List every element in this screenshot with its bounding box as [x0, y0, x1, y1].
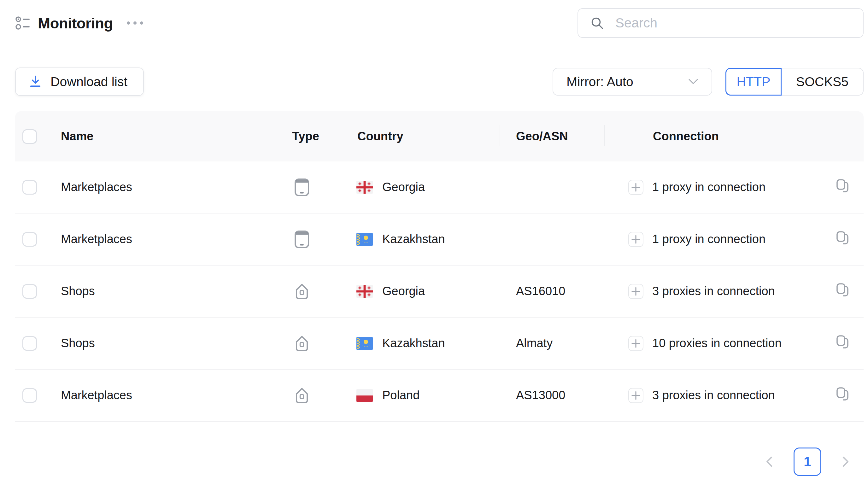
search-input[interactable]: [578, 8, 864, 38]
copy-icon[interactable]: [835, 230, 850, 246]
row-checkbox[interactable]: [22, 232, 37, 247]
copy-slot[interactable]: [835, 178, 850, 196]
row-checkbox[interactable]: [22, 180, 37, 195]
home-icon: [293, 334, 310, 353]
table-header: Name Type Country Geo/ASN Connection: [15, 111, 864, 161]
copy-icon[interactable]: [835, 282, 850, 298]
table-row: Marketplaces Kazakhstan 1 proxy in conne…: [15, 214, 864, 265]
download-list-button[interactable]: Download list: [15, 67, 144, 96]
flag-slot: [356, 285, 373, 298]
row-country: Poland: [382, 388, 420, 402]
row-type-icon-cell: [276, 214, 340, 265]
add-proxy-button[interactable]: [628, 180, 644, 195]
flag-slot: [356, 181, 373, 194]
row-country: Kazakhstan: [382, 337, 445, 350]
row-connection: 1 proxy in connection: [652, 181, 826, 194]
copy-icon[interactable]: [835, 334, 850, 350]
column-header-geo-asn: Geo/ASN: [500, 111, 604, 161]
row-country: Kazakhstan: [382, 232, 445, 246]
plus-icon: [631, 391, 641, 400]
row-type-icon-cell: [276, 161, 340, 213]
copy-slot[interactable]: [835, 386, 850, 405]
plus-icon: [631, 287, 641, 296]
column-header-country: Country: [340, 111, 500, 161]
georgia-flag: [356, 285, 373, 298]
row-type-icon-cell: [276, 318, 340, 369]
row-connection: 3 proxies in connection: [652, 285, 826, 298]
page-title: Monitoring: [38, 14, 113, 32]
row-connection: 1 proxy in connection: [652, 232, 826, 246]
type-icon-slot: [293, 282, 310, 300]
page-header: Monitoring: [15, 8, 864, 38]
table-row: Shops Kazakhstan Almaty 10 proxies in co…: [15, 318, 864, 370]
page-number-button[interactable]: 1: [794, 448, 821, 476]
column-header-connection: Connection: [604, 111, 864, 161]
row-type-icon-cell: [276, 265, 340, 317]
toolbar: Download list Mirror: Auto HTTP SOCKS5: [15, 67, 864, 96]
plus-icon: [631, 235, 641, 244]
home-icon: [293, 282, 310, 300]
copy-slot[interactable]: [835, 230, 850, 249]
proxy-table: Name Type Country Geo/ASN Connection Mar…: [15, 111, 864, 422]
phone-icon: [293, 178, 310, 196]
search-icon: [590, 16, 604, 31]
row-checkbox[interactable]: [22, 388, 37, 403]
type-icon-slot: [293, 334, 310, 353]
copy-slot[interactable]: [835, 334, 850, 353]
add-proxy-button[interactable]: [628, 388, 644, 403]
chevron-left-icon[interactable]: [764, 455, 775, 469]
ellipsis-icon: [127, 22, 130, 25]
type-icon-slot: [293, 386, 310, 405]
chevron-down-icon: [688, 78, 698, 85]
copy-icon[interactable]: [835, 386, 850, 402]
pagination: 1: [15, 448, 864, 476]
georgia-flag: [356, 181, 373, 194]
download-icon: [28, 75, 42, 89]
row-name: Marketplaces: [61, 161, 276, 213]
row-connection: 10 proxies in connection: [652, 337, 826, 350]
row-geo: AS16010: [500, 265, 604, 317]
table-row: Marketplaces Poland AS13000 3 proxies in…: [15, 370, 864, 422]
mirror-select[interactable]: Mirror: Auto: [553, 68, 712, 96]
column-header-name: Name: [61, 111, 276, 161]
flag-slot: [356, 233, 373, 246]
row-checkbox[interactable]: [22, 336, 37, 351]
tab-http[interactable]: HTTP: [725, 68, 782, 96]
list-radio-icon: [15, 15, 31, 31]
poland-flag: [356, 389, 373, 402]
table-row: Shops Georgia AS16010 3 proxies in conne…: [15, 265, 864, 318]
mirror-select-value: Mirror: Auto: [566, 74, 633, 89]
flag-slot: [356, 389, 373, 402]
row-geo: [500, 214, 604, 265]
row-country: Georgia: [382, 181, 425, 194]
kazakhstan-flag: [356, 337, 373, 350]
chevron-right-icon[interactable]: [840, 455, 851, 469]
add-proxy-button[interactable]: [628, 336, 644, 351]
protocol-toggle: HTTP SOCKS5: [725, 68, 864, 96]
search-box: [578, 8, 864, 38]
add-proxy-button[interactable]: [628, 232, 644, 247]
add-proxy-button[interactable]: [628, 284, 644, 299]
row-connection: 3 proxies in connection: [652, 388, 826, 402]
type-icon-slot: [293, 230, 310, 249]
tab-socks5[interactable]: SOCKS5: [782, 68, 863, 95]
row-name: Marketplaces: [61, 214, 276, 265]
phone-icon: [293, 230, 310, 249]
column-header-type: Type: [276, 111, 340, 161]
row-geo: [500, 161, 604, 213]
row-geo: AS13000: [500, 370, 604, 421]
copy-slot[interactable]: [835, 282, 850, 300]
select-all-checkbox[interactable]: [22, 129, 37, 144]
row-name: Marketplaces: [61, 370, 276, 421]
row-checkbox[interactable]: [22, 284, 37, 299]
row-name: Shops: [61, 318, 276, 369]
copy-icon[interactable]: [835, 178, 850, 194]
plus-icon: [631, 183, 641, 192]
monitoring-page: Monitoring Download list Mirror: Auto: [0, 8, 868, 476]
table-body: Marketplaces Georgia 1 proxy in connecti…: [15, 161, 864, 422]
home-icon: [293, 386, 310, 405]
kazakhstan-flag: [356, 233, 373, 246]
download-list-label: Download list: [51, 74, 127, 89]
ellipsis-menu-button[interactable]: [126, 18, 145, 28]
table-row: Marketplaces Georgia 1 proxy in connecti…: [15, 161, 864, 214]
